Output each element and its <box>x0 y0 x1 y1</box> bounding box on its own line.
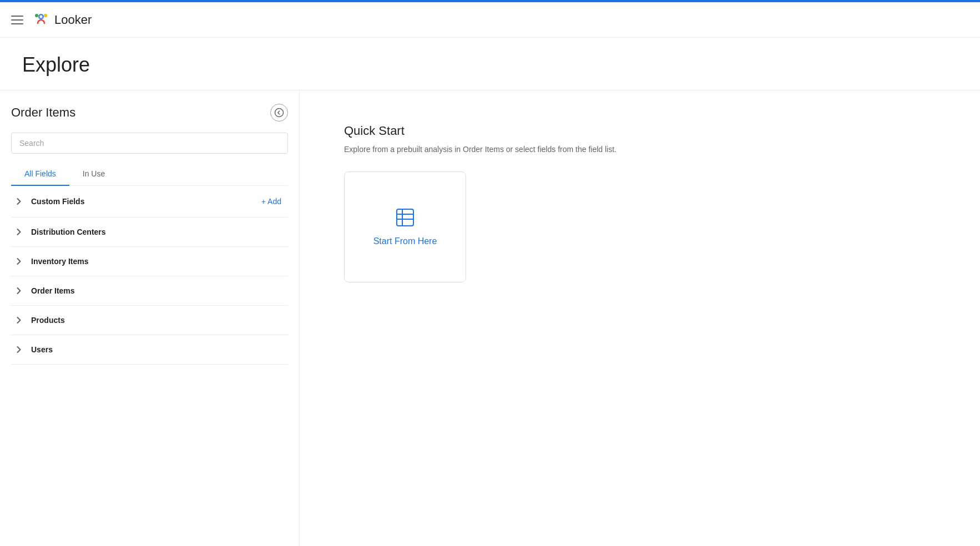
hamburger-menu-icon[interactable] <box>11 16 23 24</box>
field-group-name-order-items: Order Items <box>31 286 286 295</box>
chevron-right-icon <box>13 285 24 296</box>
sidebar-header: Order Items <box>11 104 288 122</box>
field-group-inventory-items[interactable]: Inventory Items <box>11 247 288 276</box>
chevron-right-icon <box>13 196 24 207</box>
sidebar-title: Order Items <box>11 105 75 120</box>
page-title: Explore <box>22 53 958 77</box>
field-group-name-products: Products <box>31 316 286 325</box>
svg-point-2 <box>44 14 47 17</box>
tab-all-fields[interactable]: All Fields <box>11 163 69 186</box>
chevron-right-icon <box>13 226 24 237</box>
svg-rect-5 <box>397 209 413 226</box>
start-from-here-label: Start From Here <box>373 236 437 246</box>
chevron-left-icon <box>274 108 284 118</box>
field-groups: Custom Fields + Add Distribution Centers… <box>11 186 288 365</box>
field-group-distribution-centers[interactable]: Distribution Centers <box>11 218 288 247</box>
svg-point-3 <box>35 14 38 17</box>
field-group-products[interactable]: Products <box>11 306 288 335</box>
logo-area: Looker <box>32 11 92 29</box>
tab-in-use[interactable]: In Use <box>69 163 118 186</box>
page-title-area: Explore <box>0 38 980 90</box>
add-custom-field-button[interactable]: + Add <box>257 195 286 208</box>
chevron-right-icon <box>13 344 24 355</box>
looker-logo-icon <box>32 11 50 29</box>
content-area: Quick Start Explore from a prebuilt anal… <box>300 90 980 546</box>
field-group-order-items[interactable]: Order Items <box>11 276 288 306</box>
quick-start-title: Quick Start <box>344 124 936 138</box>
field-group-name-inventory-items: Inventory Items <box>31 257 286 266</box>
search-input[interactable] <box>11 133 288 154</box>
logo-text: Looker <box>54 13 92 27</box>
field-group-name-distribution-centers: Distribution Centers <box>31 228 286 236</box>
chevron-right-icon <box>13 315 24 326</box>
main-content: Order Items All Fields In Use <box>0 90 980 546</box>
svg-point-4 <box>275 109 284 117</box>
field-group-name-custom-fields: Custom Fields <box>31 197 257 206</box>
field-group-custom-fields[interactable]: Custom Fields + Add <box>11 186 288 218</box>
field-group-users[interactable]: Users <box>11 335 288 365</box>
start-from-here-card[interactable]: Start From Here <box>344 171 466 282</box>
collapse-sidebar-button[interactable] <box>270 104 288 122</box>
header: Looker <box>0 2 980 38</box>
sidebar: Order Items All Fields In Use <box>0 90 300 546</box>
field-group-name-users: Users <box>31 345 286 354</box>
quick-start-description: Explore from a prebuilt analysis in Orde… <box>344 145 936 154</box>
svg-point-1 <box>40 15 43 18</box>
table-icon <box>395 208 415 228</box>
field-tabs: All Fields In Use <box>11 163 288 186</box>
search-container <box>11 133 288 154</box>
chevron-right-icon <box>13 256 24 267</box>
